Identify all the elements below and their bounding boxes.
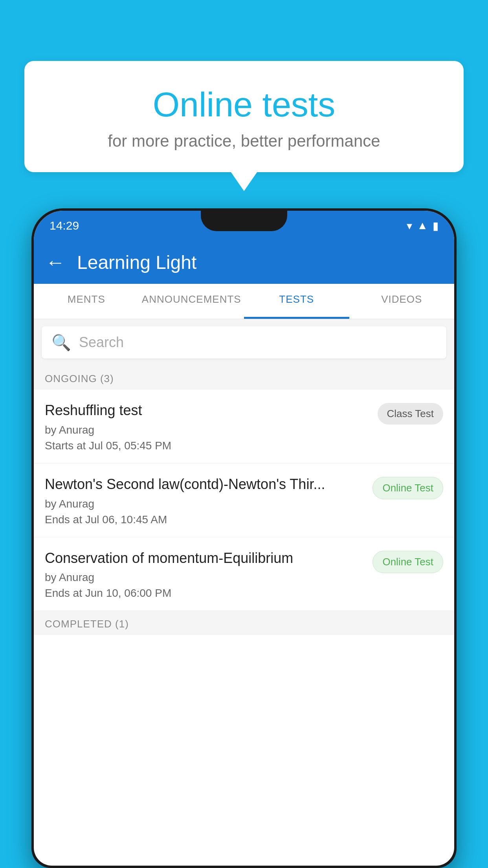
test-info: Conservation of momentum-Equilibrium by …	[45, 549, 372, 600]
phone-frame: 14:29 ▾ ▲ ▮ ← Learning Light MENTS ANNOU…	[31, 208, 457, 868]
speech-bubble-wrapper: Online tests for more practice, better p…	[24, 61, 464, 172]
test-time: Ends at Jun 10, 06:00 PM	[45, 587, 365, 600]
battery-icon: ▮	[433, 219, 438, 232]
test-name: Newton's Second law(contd)-Newton's Thir…	[45, 475, 365, 494]
list-item[interactable]: Newton's Second law(contd)-Newton's Thir…	[34, 463, 454, 537]
speech-bubble: Online tests for more practice, better p…	[24, 61, 464, 172]
badge-online-test: Online Test	[372, 551, 443, 573]
bubble-title: Online tests	[44, 85, 444, 125]
status-icons: ▾ ▲ ▮	[407, 219, 438, 232]
search-icon: 🔍	[51, 333, 71, 352]
test-author: by Anurag	[45, 498, 365, 510]
ongoing-section-title: ONGOING (3)	[45, 373, 114, 384]
test-time: Ends at Jul 06, 10:45 AM	[45, 513, 365, 526]
list-item[interactable]: Conservation of momentum-Equilibrium by …	[34, 537, 454, 611]
search-bar[interactable]: 🔍 Search	[42, 326, 446, 359]
test-list: Reshuffling test by Anurag Starts at Jul…	[34, 390, 454, 611]
tab-videos[interactable]: VIDEOS	[349, 284, 455, 319]
back-button[interactable]: ←	[46, 251, 65, 274]
search-container: 🔍 Search	[34, 319, 454, 366]
test-author: by Anurag	[45, 424, 370, 436]
badge-online-test: Online Test	[372, 477, 443, 499]
status-time: 14:29	[50, 219, 79, 232]
wifi-icon: ▾	[407, 219, 412, 232]
tab-tests[interactable]: TESTS	[244, 284, 349, 319]
badge-class-test: Class Test	[378, 403, 443, 425]
app-bar: ← Learning Light	[34, 241, 454, 284]
completed-section-title: COMPLETED (1)	[45, 618, 129, 630]
test-name: Reshuffling test	[45, 401, 370, 420]
search-input[interactable]: Search	[79, 334, 124, 351]
signal-icon: ▲	[417, 219, 428, 232]
phone-notch	[201, 211, 287, 231]
tab-announcements[interactable]: ANNOUNCEMENTS	[139, 284, 244, 319]
completed-section-header: COMPLETED (1)	[34, 611, 454, 635]
tabs-bar: MENTS ANNOUNCEMENTS TESTS VIDEOS	[34, 284, 454, 319]
list-item[interactable]: Reshuffling test by Anurag Starts at Jul…	[34, 390, 454, 463]
app-title: Learning Light	[77, 252, 196, 273]
ongoing-section-header: ONGOING (3)	[34, 366, 454, 390]
test-info: Newton's Second law(contd)-Newton's Thir…	[45, 475, 372, 526]
test-time: Starts at Jul 05, 05:45 PM	[45, 440, 370, 452]
phone-inner: 14:29 ▾ ▲ ▮ ← Learning Light MENTS ANNOU…	[34, 211, 454, 866]
test-author: by Anurag	[45, 571, 365, 584]
test-name: Conservation of momentum-Equilibrium	[45, 549, 365, 568]
test-info: Reshuffling test by Anurag Starts at Jul…	[45, 401, 378, 452]
tab-ments[interactable]: MENTS	[34, 284, 139, 319]
bubble-subtitle: for more practice, better performance	[44, 132, 444, 151]
